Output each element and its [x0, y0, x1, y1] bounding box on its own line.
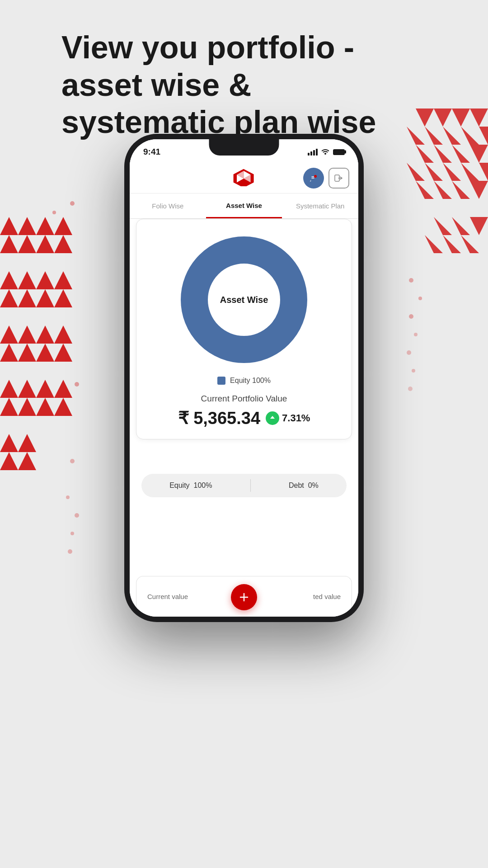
svg-marker-44 — [470, 108, 488, 127]
svg-point-73 — [418, 297, 422, 300]
svg-marker-68 — [434, 217, 452, 235]
legend-color-equity — [217, 377, 225, 385]
svg-marker-46 — [434, 108, 452, 127]
hsbc-logo — [232, 168, 256, 188]
svg-marker-67 — [452, 217, 470, 235]
svg-point-77 — [412, 369, 415, 373]
svg-marker-14 — [36, 289, 54, 307]
signal-icon — [308, 148, 318, 156]
filter-pills: Equity 100% Debt 0% — [141, 474, 347, 497]
svg-marker-11 — [54, 271, 72, 289]
phone-frame: 9:41 — [124, 134, 364, 622]
svg-marker-55 — [434, 145, 452, 163]
svg-point-43 — [68, 549, 72, 554]
status-icons — [308, 147, 345, 156]
battery-icon — [333, 149, 345, 155]
svg-marker-32 — [0, 434, 18, 452]
portfolio-percent: 7.31% — [282, 412, 310, 424]
svg-marker-69 — [461, 235, 479, 253]
bottom-card-right-label: ted value — [313, 593, 341, 600]
headline-line2: asset wise & — [61, 67, 251, 103]
app-header — [130, 163, 358, 193]
svg-marker-5 — [18, 235, 36, 253]
svg-marker-45 — [452, 108, 470, 127]
chat-button[interactable] — [303, 168, 324, 189]
up-arrow-icon — [266, 411, 279, 425]
portfolio-amount: ₹ 5,365.34 — [178, 408, 260, 428]
svg-marker-17 — [18, 326, 36, 344]
svg-marker-7 — [54, 235, 72, 253]
svg-marker-53 — [470, 145, 488, 163]
portfolio-value-row: ₹ 5,365.34 7.31% — [178, 408, 310, 428]
svg-marker-49 — [461, 127, 479, 145]
svg-marker-71 — [425, 235, 443, 253]
tab-bar: Folio Wise Asset Wise Systematic Plan — [130, 193, 358, 219]
chart-legend: Equity 100% — [217, 377, 271, 385]
svg-marker-19 — [54, 326, 72, 344]
svg-marker-26 — [36, 380, 54, 398]
svg-marker-59 — [443, 163, 461, 181]
headline-line1: View you portfolio - — [61, 30, 354, 65]
bottom-card-left-label: Current value — [147, 593, 188, 600]
svg-marker-58 — [461, 163, 479, 181]
tab-systematic-plan[interactable]: Systematic Plan — [282, 193, 358, 218]
filter-equity[interactable]: Equity 100% — [169, 481, 212, 490]
filter-divider — [250, 479, 251, 492]
svg-marker-27 — [54, 380, 72, 398]
svg-point-42 — [70, 532, 74, 535]
svg-marker-8 — [0, 271, 18, 289]
svg-marker-63 — [452, 181, 470, 199]
right-pattern — [407, 99, 488, 416]
legend-label-equity: Equity 100% — [230, 377, 271, 385]
svg-marker-23 — [54, 344, 72, 362]
svg-point-74 — [409, 314, 413, 319]
svg-marker-35 — [18, 452, 36, 470]
svg-marker-28 — [0, 398, 18, 416]
portfolio-change: 7.31% — [266, 411, 310, 425]
svg-point-85 — [314, 175, 317, 178]
svg-marker-20 — [0, 344, 18, 362]
svg-marker-13 — [18, 289, 36, 307]
wifi-icon — [321, 147, 330, 156]
svg-marker-31 — [54, 398, 72, 416]
svg-marker-15 — [54, 289, 72, 307]
svg-marker-9 — [18, 271, 36, 289]
svg-marker-60 — [425, 163, 443, 181]
svg-marker-22 — [36, 344, 54, 362]
logout-button[interactable] — [328, 168, 349, 189]
donut-center-label: Asset Wise — [220, 295, 268, 305]
svg-marker-61 — [407, 163, 425, 181]
svg-point-37 — [52, 211, 56, 214]
svg-marker-50 — [443, 127, 461, 145]
svg-marker-10 — [36, 271, 54, 289]
filter-debt[interactable]: Debt 0% — [289, 481, 319, 490]
portfolio-label: Current Portfolio Value — [201, 394, 287, 404]
header-actions — [303, 168, 349, 189]
svg-marker-2 — [36, 217, 54, 235]
svg-marker-25 — [18, 380, 36, 398]
notch — [209, 139, 279, 156]
left-pattern — [0, 190, 81, 579]
svg-marker-12 — [0, 289, 18, 307]
tab-folio-wise[interactable]: Folio Wise — [130, 193, 206, 218]
svg-point-38 — [75, 382, 79, 387]
svg-marker-29 — [18, 398, 36, 416]
svg-marker-21 — [18, 344, 36, 362]
svg-marker-65 — [416, 181, 434, 199]
svg-point-72 — [409, 278, 413, 283]
fab-button[interactable] — [231, 584, 257, 610]
svg-point-40 — [66, 495, 70, 499]
tab-asset-wise[interactable]: Asset Wise — [206, 193, 282, 218]
main-content: Asset Wise Equity 100% Current Portfolio… — [136, 219, 352, 439]
svg-marker-16 — [0, 326, 18, 344]
svg-marker-4 — [0, 235, 18, 253]
svg-point-75 — [414, 333, 418, 336]
status-time: 9:41 — [143, 147, 160, 157]
svg-marker-64 — [434, 181, 452, 199]
svg-point-41 — [75, 513, 79, 518]
phone-screen: 9:41 — [130, 139, 358, 617]
svg-marker-54 — [452, 145, 470, 163]
svg-point-36 — [70, 201, 75, 206]
svg-marker-66 — [470, 217, 488, 235]
svg-marker-56 — [416, 145, 434, 163]
